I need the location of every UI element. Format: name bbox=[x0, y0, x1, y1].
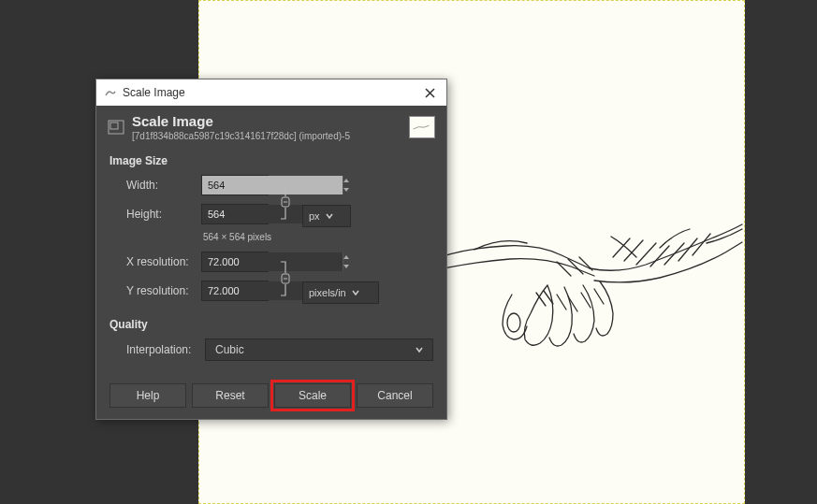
resolution-unit-select[interactable]: pixels/in bbox=[302, 281, 379, 304]
dimensions-text: 564 × 564 pixels bbox=[203, 232, 433, 242]
chevron-down-icon bbox=[416, 346, 423, 353]
close-icon bbox=[425, 88, 435, 98]
height-spinner[interactable] bbox=[201, 204, 269, 224]
scale-image-dialog: Scale Image Scale Image [7d1f834b88ca598… bbox=[95, 79, 447, 420]
thumbnail-preview bbox=[409, 116, 435, 138]
width-label: Width: bbox=[126, 179, 201, 192]
link-resolution-icon[interactable] bbox=[279, 260, 292, 297]
window-title: Scale Image bbox=[123, 86, 415, 99]
width-input[interactable] bbox=[202, 176, 343, 194]
chevron-down-icon bbox=[343, 188, 349, 192]
link-size-icon[interactable] bbox=[279, 183, 292, 221]
scale-icon bbox=[108, 120, 124, 135]
image-size-heading: Image Size bbox=[109, 154, 433, 167]
quality-heading: Quality bbox=[109, 318, 433, 331]
svg-rect-2 bbox=[110, 122, 118, 129]
chevron-down-icon bbox=[343, 265, 349, 268]
close-button[interactable] bbox=[420, 83, 439, 102]
scale-button[interactable]: Scale bbox=[274, 383, 351, 408]
help-button[interactable]: Help bbox=[109, 383, 186, 408]
yres-spinner[interactable] bbox=[201, 281, 269, 301]
chevron-up-icon bbox=[343, 179, 349, 182]
xres-input[interactable] bbox=[202, 252, 343, 271]
xres-label: X resolution: bbox=[126, 255, 201, 268]
width-up[interactable] bbox=[343, 176, 349, 185]
chevron-down-icon bbox=[326, 212, 333, 220]
yres-label: Y resolution: bbox=[126, 284, 201, 297]
reset-button[interactable]: Reset bbox=[192, 383, 269, 408]
cancel-button[interactable]: Cancel bbox=[357, 383, 433, 408]
xres-up[interactable] bbox=[343, 252, 349, 262]
width-down[interactable] bbox=[343, 185, 349, 194]
interpolation-select[interactable]: Cubic bbox=[205, 338, 433, 361]
height-label: Height: bbox=[126, 208, 201, 221]
dialog-title: Scale Image bbox=[132, 113, 401, 129]
button-row: Help Reset Scale Cancel bbox=[96, 374, 446, 419]
dialog-subtitle: [7d1f834b88ca5987c19c3141617f28dc] (impo… bbox=[132, 131, 401, 141]
xres-spinner[interactable] bbox=[201, 252, 269, 272]
interpolation-label: Interpolation: bbox=[126, 343, 201, 356]
interpolation-value: Cubic bbox=[215, 343, 244, 356]
res-unit-value: pixels/in bbox=[309, 287, 346, 298]
size-unit-value: px bbox=[309, 210, 320, 222]
xres-down[interactable] bbox=[343, 262, 349, 271]
titlebar[interactable]: Scale Image bbox=[96, 79, 446, 106]
chevron-down-icon bbox=[352, 289, 359, 296]
app-icon bbox=[104, 86, 117, 99]
width-spinner[interactable] bbox=[201, 175, 269, 195]
size-unit-select[interactable]: px bbox=[302, 205, 351, 227]
chevron-up-icon bbox=[343, 255, 349, 259]
dialog-header: Scale Image [7d1f834b88ca5987c19c3141617… bbox=[96, 106, 446, 149]
